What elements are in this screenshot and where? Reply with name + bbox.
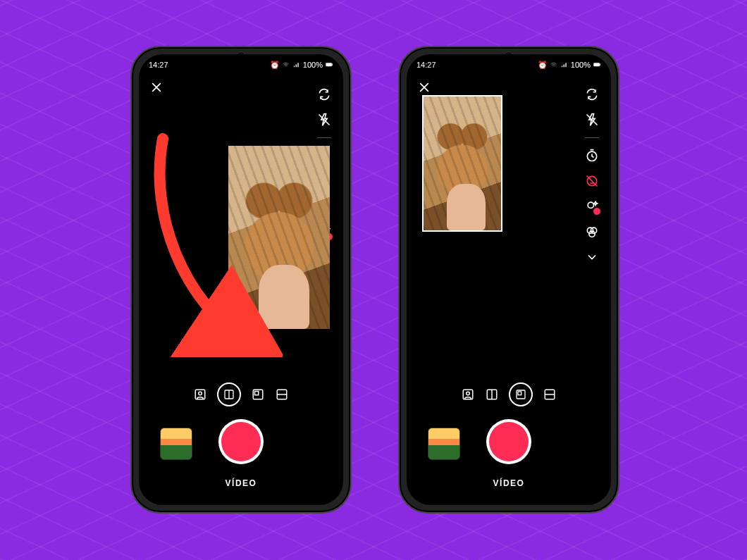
svg-point-15 [588,202,593,208]
layout-pip-button[interactable] [251,387,265,402]
rail-divider [317,137,331,138]
layout-selector-row [407,382,611,406]
record-button-inner [489,422,529,461]
preview-hand [259,265,309,329]
svg-rect-11 [593,63,599,67]
record-row [139,419,343,464]
capture-mode-label: VÍDEO [407,478,611,488]
wifi-icon [550,61,557,69]
camera-flip-icon[interactable] [316,87,332,102]
svg-point-18 [589,231,595,237]
capture-mode-label: VÍDEO [139,478,343,488]
signal-icon [560,61,568,69]
record-row [407,419,611,464]
effects-badge [593,207,601,216]
right-tool-rail [580,87,604,265]
status-time: 14:27 [149,61,168,69]
svg-rect-1 [332,64,333,66]
record-button-inner [221,422,261,461]
status-bar: 14:27 ⏰ 100% [407,54,611,73]
status-time: 14:27 [416,61,436,69]
battery-icon [593,61,601,69]
record-button[interactable] [218,419,264,464]
svg-rect-12 [600,64,600,66]
beauty-off-icon[interactable] [584,173,600,189]
layout-side-by-side-button[interactable] [217,382,241,406]
rail-divider [585,137,599,138]
alarm-icon: ⏰ [271,61,279,69]
layout-stacked-button[interactable] [275,387,289,402]
layout-green-screen-button[interactable] [461,387,475,402]
svg-rect-9 [255,392,259,395]
timer-icon[interactable] [584,148,600,163]
svg-point-20 [467,392,470,395]
svg-rect-0 [326,63,331,67]
camera-flip-icon[interactable] [584,87,600,102]
battery-text: 100% [571,61,591,69]
svg-point-6 [199,392,202,395]
layout-green-screen-button[interactable] [193,387,207,402]
page-background: 14:27 ⏰ 100% [0,0,747,560]
status-bar: 14:27 ⏰ 100% [139,54,343,73]
svg-rect-23 [518,392,521,395]
close-icon[interactable] [149,80,164,95]
phone-mockup-right: 14:27 ⏰ 100% [398,46,619,514]
layout-selector-row [139,382,343,406]
duet-preview-pane [228,146,330,329]
wifi-icon [282,61,290,69]
status-right-cluster: ⏰ 100% [271,61,333,69]
battery-text: 100% [303,61,323,69]
flash-off-icon[interactable] [584,112,600,127]
chevron-down-icon[interactable] [584,249,600,265]
duet-preview-pane[interactable] [422,95,502,232]
filters-icon[interactable] [584,224,600,239]
effects-icon[interactable] [584,199,600,214]
signal-icon [292,61,300,69]
preview-hand [447,184,486,231]
phone-mockup-left: 14:27 ⏰ 100% [130,46,352,514]
battery-icon [326,61,333,69]
layout-side-by-side-button[interactable] [485,387,499,402]
phone-screen: 14:27 ⏰ 100% [139,54,343,505]
close-icon[interactable] [416,80,432,95]
flash-off-icon[interactable] [316,112,332,127]
record-button[interactable] [486,419,531,464]
layout-pip-button[interactable] [509,382,533,406]
alarm-icon: ⏰ [539,61,547,69]
phone-screen: 14:27 ⏰ 100% [407,54,611,505]
status-right-cluster: ⏰ 100% [539,61,601,69]
layout-stacked-button[interactable] [543,387,557,402]
